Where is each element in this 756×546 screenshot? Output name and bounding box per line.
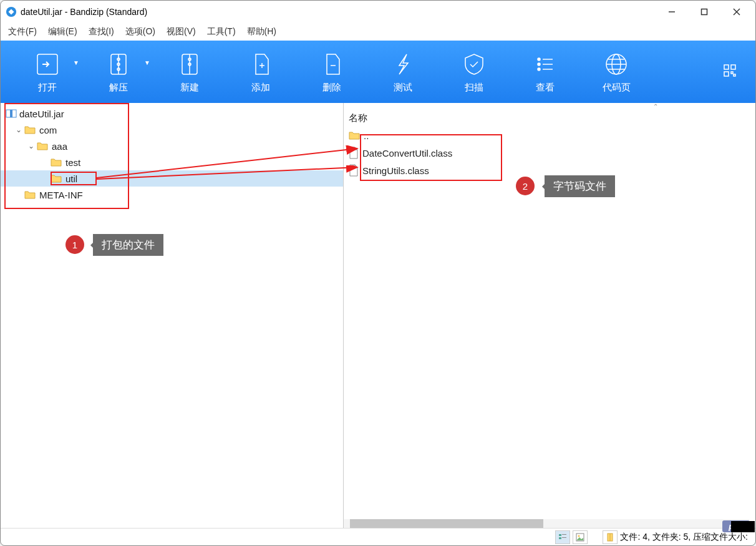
menu-view[interactable]: 视图(V) xyxy=(167,26,196,37)
annotation-badge-2: 2 xyxy=(516,177,535,195)
new-button[interactable]: 新建 xyxy=(155,47,224,97)
view-button[interactable]: 查看 xyxy=(511,47,579,97)
file-icon xyxy=(349,147,359,159)
svg-rect-30 xyxy=(731,65,735,69)
view-label: 查看 xyxy=(536,82,555,94)
view-mode-image[interactable] xyxy=(573,530,588,544)
svg-rect-35 xyxy=(10,110,12,117)
new-label: 新建 xyxy=(180,82,199,94)
app-icon xyxy=(6,6,17,17)
watermark-box xyxy=(731,521,755,532)
extract-label: 解压 xyxy=(109,82,128,94)
svg-rect-43 xyxy=(562,537,566,538)
tree-test-item[interactable]: test xyxy=(1,154,343,170)
window-controls xyxy=(658,2,750,21)
menubar: 文件(F) 编辑(E) 查找(I) 选项(O) 视图(V) 工具(T) 帮助(H… xyxy=(1,23,755,41)
file-name: StringUtils.class xyxy=(362,165,429,176)
tree-pane: dateUtil.jar ⌄ com ⌄ aaa test util xyxy=(1,103,344,528)
svg-point-18 xyxy=(538,58,540,61)
scan-button[interactable]: 扫描 xyxy=(440,47,508,97)
svg-rect-31 xyxy=(724,72,729,76)
tree-test-label: test xyxy=(65,157,80,168)
chevron-down-icon: ⌄ xyxy=(16,125,24,134)
svg-point-20 xyxy=(538,63,540,66)
test-label: 测试 xyxy=(394,82,412,94)
status-text: 文件: 4, 文件夹: 5, 压缩文件大小: xyxy=(620,532,748,543)
svg-point-22 xyxy=(538,68,540,71)
file-icon xyxy=(349,164,359,177)
titlebar: dateUtil.jar - Bandizip (Standard) xyxy=(1,1,755,23)
extract-button[interactable]: ▼ 解压 xyxy=(84,47,153,97)
parent-folder-row[interactable]: .. xyxy=(344,127,755,144)
statusbar: 文件: 4, 文件夹: 5, 压缩文件大小: xyxy=(1,528,755,545)
folder-icon xyxy=(349,131,360,140)
tree-util-item[interactable]: util xyxy=(1,170,343,187)
tree-root-item[interactable]: dateUtil.jar xyxy=(1,105,343,122)
horizontal-scrollbar[interactable] xyxy=(344,519,749,528)
tree-metainf-item[interactable]: META-INF xyxy=(1,187,343,203)
archive-icon xyxy=(6,109,17,118)
list-pane: ⌃ 名称 .. DateConvertUtil.class StringUtil… xyxy=(344,103,755,528)
view-mode-details[interactable] xyxy=(555,530,570,544)
tree-aaa-item[interactable]: ⌄ aaa xyxy=(1,138,343,154)
chevron-down-icon: ▼ xyxy=(144,59,150,66)
parent-label: .. xyxy=(364,130,369,141)
tree-aaa-label: aaa xyxy=(52,141,67,152)
annotation-label-2: 字节码文件 xyxy=(545,175,615,197)
tree-com-item[interactable]: ⌄ com xyxy=(1,122,343,138)
toolbar: ▼ 打开 ▼ 解压 新建 添加 删除 测试 扫描 查看 xyxy=(1,41,755,103)
svg-rect-41 xyxy=(562,534,566,535)
menu-options[interactable]: 选项(O) xyxy=(125,26,155,37)
annotation-label-1: 打包的文件 xyxy=(93,234,163,256)
status-view-icons xyxy=(555,530,618,544)
app-window: dateUtil.jar - Bandizip (Standard) 文件(F)… xyxy=(0,0,756,546)
menu-help[interactable]: 帮助(H) xyxy=(247,26,276,37)
svg-point-45 xyxy=(578,535,580,537)
grid-view-button[interactable] xyxy=(723,64,737,80)
svg-rect-33 xyxy=(734,74,735,76)
minimize-button[interactable] xyxy=(658,2,686,21)
file-name: DateConvertUtil.class xyxy=(362,148,452,158)
scrollbar-thumb[interactable] xyxy=(350,519,543,528)
folder-icon xyxy=(24,190,36,199)
column-header-name[interactable]: 名称 xyxy=(344,110,755,127)
add-label: 添加 xyxy=(251,82,270,94)
test-button[interactable]: 测试 xyxy=(369,47,437,97)
delete-button[interactable]: 删除 xyxy=(298,47,366,97)
folder-icon xyxy=(51,158,62,167)
codepage-button[interactable]: 代码页 xyxy=(582,47,651,97)
window-title: dateUtil.jar - Bandizip (Standard) xyxy=(21,7,658,17)
chevron-down-icon: ⌄ xyxy=(28,142,37,150)
close-button[interactable] xyxy=(723,2,750,21)
svg-rect-32 xyxy=(731,72,733,74)
tree-util-label: util xyxy=(65,173,77,184)
maximize-button[interactable] xyxy=(691,2,718,21)
menu-find[interactable]: 查找(I) xyxy=(89,26,114,37)
chevron-down-icon: ▼ xyxy=(73,59,79,66)
tree-com-label: com xyxy=(39,125,57,135)
view-mode-archive[interactable] xyxy=(603,530,618,544)
svg-rect-2 xyxy=(702,9,707,15)
file-row[interactable]: DateConvertUtil.class xyxy=(344,144,755,162)
add-button[interactable]: 添加 xyxy=(226,47,295,97)
svg-rect-42 xyxy=(559,537,561,539)
scan-label: 扫描 xyxy=(465,82,483,94)
tree-root-label: dateUtil.jar xyxy=(19,109,64,119)
open-button[interactable]: ▼ 打开 xyxy=(13,47,82,97)
main-content: dateUtil.jar ⌄ com ⌄ aaa test util xyxy=(1,103,755,528)
annotation-badge-1: 1 xyxy=(65,235,84,254)
open-label: 打开 xyxy=(38,82,57,94)
tree-metainf-label: META-INF xyxy=(39,190,83,200)
menu-tools[interactable]: 工具(T) xyxy=(207,26,236,37)
menu-edit[interactable]: 编辑(E) xyxy=(48,26,77,37)
folder-icon xyxy=(37,142,48,150)
svg-rect-29 xyxy=(724,65,729,69)
sort-indicator: ⌃ xyxy=(344,103,755,110)
delete-label: 删除 xyxy=(322,82,341,94)
folder-icon xyxy=(24,125,36,134)
codepage-label: 代码页 xyxy=(603,82,631,94)
svg-rect-40 xyxy=(559,534,561,536)
menu-file[interactable]: 文件(F) xyxy=(8,26,37,37)
folder-icon xyxy=(51,174,62,183)
